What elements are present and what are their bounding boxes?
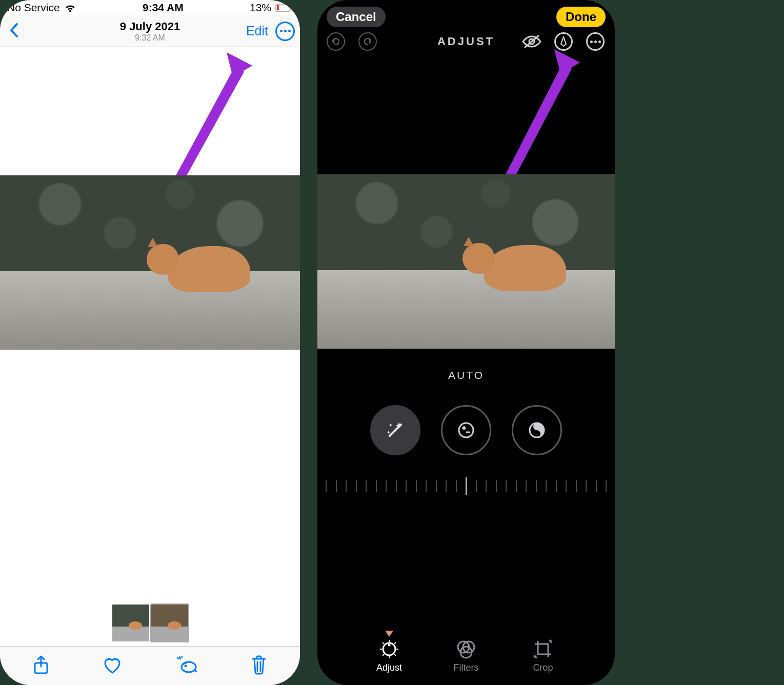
svg-line-25 (383, 654, 384, 656)
live-text-button[interactable] (170, 651, 203, 681)
tab-crop[interactable]: Crop (520, 638, 566, 673)
more-actions-button[interactable] (275, 22, 295, 41)
svg-rect-2 (277, 5, 279, 10)
photos-edit-screen: Cancel Done ADJUST (317, 0, 615, 685)
favorite-button[interactable] (97, 651, 128, 681)
svg-marker-11 (501, 62, 572, 190)
thumbnail[interactable] (151, 605, 188, 641)
crop-icon (520, 638, 566, 660)
magic-wand-icon (384, 418, 407, 442)
redo-button[interactable] (358, 32, 377, 51)
ellipsis-circle-icon (586, 32, 605, 51)
photo-canvas[interactable] (0, 47, 300, 685)
cancel-button[interactable]: Cancel (327, 7, 386, 27)
svg-line-23 (383, 642, 384, 644)
exposure-dial[interactable] (441, 405, 491, 455)
wifi-icon (64, 3, 76, 13)
ellipsis-icon (280, 30, 291, 32)
adjust-slider[interactable] (326, 476, 607, 496)
more-edit-button[interactable] (585, 31, 606, 52)
nav-bar: 9 July 2021 9:32 AM Edit (0, 15, 300, 47)
tab-filters[interactable]: Filters (443, 638, 489, 673)
back-button[interactable] (5, 18, 24, 44)
edit-top-bar: Cancel Done (317, 0, 615, 29)
battery-icon (275, 4, 293, 12)
tab-label: Filters (443, 662, 489, 673)
tab-adjust[interactable]: Adjust (366, 638, 412, 673)
undo-button[interactable] (327, 32, 345, 51)
edit-sub-bar: ADJUST (317, 29, 615, 54)
svg-point-18 (388, 644, 391, 647)
thumbnail[interactable] (112, 605, 149, 641)
photo-image[interactable] (317, 174, 615, 349)
active-tab-caret-icon (366, 631, 412, 637)
adjust-dial-icon (366, 638, 412, 660)
svg-rect-1 (291, 6, 292, 9)
svg-point-12 (459, 423, 473, 437)
svg-point-7 (185, 664, 187, 667)
clock-label: 9:34 AM (143, 2, 184, 14)
adjust-dials (317, 405, 615, 455)
photos-viewer-screen: No Service 9:34 AM 13% 9 July 2021 9:32 … (0, 0, 300, 685)
pen-circle-icon (554, 32, 573, 51)
adjust-name-label: AUTO (317, 369, 615, 381)
carrier-label: No Service (7, 2, 60, 14)
visibility-off-icon[interactable] (521, 31, 542, 52)
bottom-toolbar (0, 646, 300, 685)
filters-icon (443, 638, 489, 660)
auto-enhance-dial[interactable] (370, 405, 420, 455)
svg-marker-3 (227, 52, 252, 77)
share-button[interactable] (28, 650, 54, 682)
edit-button[interactable]: Edit (246, 24, 268, 38)
status-bar: No Service 9:34 AM 13% (0, 0, 300, 15)
yin-yang-icon (527, 420, 547, 440)
svg-line-26 (394, 642, 396, 644)
done-button[interactable]: Done (556, 7, 606, 27)
battery-pct-label: 13% (250, 2, 271, 14)
exposure-icon (456, 420, 476, 440)
markup-button[interactable] (553, 31, 574, 52)
brilliance-dial[interactable] (512, 405, 562, 455)
tab-label: Crop (520, 662, 566, 673)
thumbnail-strip[interactable] (0, 605, 300, 641)
tab-label: Adjust (366, 662, 412, 673)
edit-tab-bar: Adjust Filters Crop (317, 634, 615, 685)
delete-button[interactable] (246, 650, 272, 682)
photo-image (0, 175, 300, 350)
svg-line-24 (394, 654, 396, 656)
